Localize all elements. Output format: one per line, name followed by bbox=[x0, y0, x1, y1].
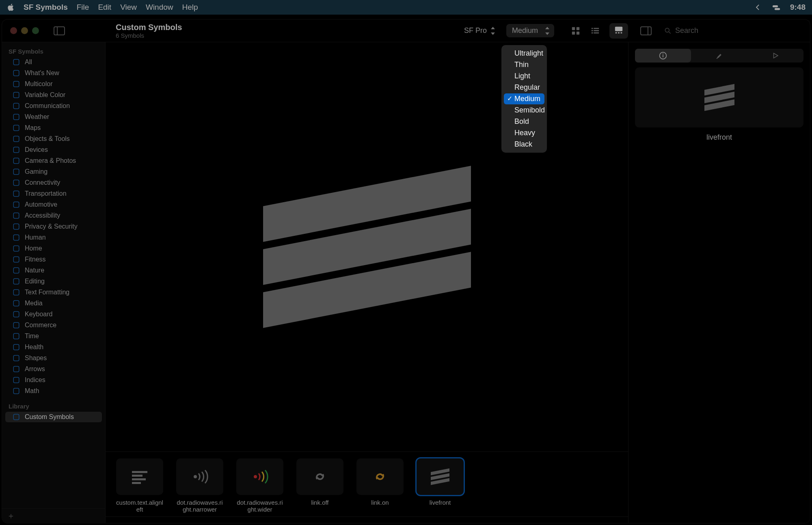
inspector-tab-animation[interactable] bbox=[747, 49, 803, 63]
sidebar-item-transportation[interactable]: Transportation bbox=[5, 188, 102, 199]
sidebar-item-shapes[interactable]: Shapes bbox=[5, 353, 102, 363]
search-field[interactable] bbox=[664, 26, 810, 35]
sidebar-item-automotive[interactable]: Automotive bbox=[5, 199, 102, 210]
menu-window[interactable]: Window bbox=[146, 3, 173, 12]
sidebar-item-camera-photos[interactable]: Camera & Photos bbox=[5, 156, 102, 166]
svg-rect-37 bbox=[13, 300, 19, 306]
menu-view[interactable]: View bbox=[120, 3, 137, 12]
sidebar-item-text-formatting[interactable]: Text Formatting bbox=[5, 287, 102, 298]
info-icon bbox=[659, 52, 667, 60]
sidebar-item-privacy-security[interactable]: Privacy & Security bbox=[5, 221, 102, 232]
apple-logo-icon bbox=[6, 3, 15, 12]
svg-rect-18 bbox=[13, 92, 19, 98]
sidebar-item-connectivity[interactable]: Connectivity bbox=[5, 177, 102, 188]
weight-option-black[interactable]: Black bbox=[504, 139, 544, 150]
sidebar-item-variable-color[interactable]: Variable Color bbox=[5, 90, 102, 100]
weight-option-bold[interactable]: Bold bbox=[504, 116, 544, 127]
menu-help[interactable]: Help bbox=[182, 3, 198, 12]
thumbnail-livefront[interactable]: livefront bbox=[416, 458, 464, 506]
font-popup-button[interactable]: SF Pro bbox=[458, 24, 501, 37]
inspector-tab-info[interactable] bbox=[635, 49, 691, 63]
sidebar-item-all[interactable]: All bbox=[5, 57, 102, 67]
collection-count: 6 Symbols bbox=[116, 32, 182, 39]
sidebar-item-devices[interactable]: Devices bbox=[5, 145, 102, 155]
weight-option-medium[interactable]: Medium bbox=[504, 93, 544, 104]
sidebar-item-editing[interactable]: Editing bbox=[5, 276, 102, 287]
svg-rect-17 bbox=[13, 81, 19, 87]
close-window-button[interactable] bbox=[10, 27, 17, 34]
sidebar-item-label: Multicolor bbox=[25, 80, 52, 88]
add-collection-button[interactable]: ＋ bbox=[7, 510, 15, 521]
sidebar-item-label: Gaming bbox=[25, 168, 48, 175]
sidebar-item-weather[interactable]: Weather bbox=[5, 112, 102, 122]
sidebar-item-gaming[interactable]: Gaming bbox=[5, 166, 102, 177]
gallery-view-icon bbox=[613, 26, 624, 35]
list-view-icon[interactable] bbox=[590, 26, 600, 35]
inspector-tab-rendering[interactable] bbox=[691, 49, 747, 63]
back-chevron-icon[interactable] bbox=[753, 3, 762, 11]
menu-file[interactable]: File bbox=[77, 3, 89, 12]
sidebar-item-indices[interactable]: Indices bbox=[5, 375, 102, 385]
thumbnail-dot-radiowaves-right-wider[interactable]: dot.radiowaves.right.wider bbox=[235, 458, 284, 513]
sidebar-item-multicolor[interactable]: Multicolor bbox=[5, 79, 102, 89]
app-name[interactable]: SF Symbols bbox=[24, 3, 68, 12]
sidebar-item-nature[interactable]: Nature bbox=[5, 265, 102, 276]
grid-view-icon[interactable] bbox=[570, 26, 581, 35]
svg-rect-13 bbox=[621, 32, 622, 33]
gallery-view-button-selected[interactable] bbox=[609, 23, 628, 39]
sidebar-item-human[interactable]: Human bbox=[5, 232, 102, 243]
zoom-window-button[interactable] bbox=[32, 27, 39, 34]
svg-rect-43 bbox=[13, 366, 19, 372]
control-center-icon[interactable] bbox=[771, 3, 781, 11]
sidebar-item-label: Human bbox=[25, 234, 46, 241]
sidebar-item-label: Home bbox=[25, 245, 42, 252]
sidebar-item-health[interactable]: Health bbox=[5, 342, 102, 352]
search-input[interactable] bbox=[675, 26, 798, 35]
minimize-window-button[interactable] bbox=[21, 27, 28, 34]
toggle-sidebar-button[interactable] bbox=[54, 26, 65, 35]
sidebar-item-maps[interactable]: Maps bbox=[5, 123, 102, 133]
sidebar-item-keyboard[interactable]: Keyboard bbox=[5, 309, 102, 320]
sidebar-footer: ＋ bbox=[2, 508, 105, 523]
sidebar-item-math[interactable]: Math bbox=[5, 386, 102, 396]
sidebar-item-accessibility[interactable]: Accessibility bbox=[5, 210, 102, 221]
weight-option-semibold[interactable]: Semibold bbox=[504, 105, 544, 116]
thumbnail-link-off[interactable]: link.off bbox=[296, 458, 344, 506]
svg-rect-23 bbox=[13, 147, 19, 153]
svg-rect-25 bbox=[13, 169, 19, 175]
sidebar-item-objects-tools[interactable]: Objects & Tools bbox=[5, 134, 102, 144]
sidebar-item-media[interactable]: Media bbox=[5, 298, 102, 309]
thumbnail-dot-radiowaves-right-narrower[interactable]: dot.radiowaves.right.narrower bbox=[175, 458, 224, 513]
sidebar-item-arrows[interactable]: Arrows bbox=[5, 364, 102, 374]
sidebar-item-fitness[interactable]: Fitness bbox=[5, 254, 102, 265]
svg-rect-42 bbox=[13, 355, 19, 361]
sidebar-item-label: Camera & Photos bbox=[25, 157, 76, 164]
sidebar-item-custom-symbols[interactable]: Custom Symbols bbox=[5, 412, 102, 422]
sidebar-item-label: Maps bbox=[25, 124, 41, 132]
weight-option-ultralight[interactable]: Ultralight bbox=[504, 48, 544, 59]
updown-icon bbox=[544, 27, 550, 35]
sidebar-item-home[interactable]: Home bbox=[5, 243, 102, 254]
weight-option-light[interactable]: Light bbox=[504, 71, 544, 82]
svg-rect-8 bbox=[592, 32, 593, 33]
sidebar-item-commerce[interactable]: Commerce bbox=[5, 320, 102, 331]
toggle-inspector-button[interactable] bbox=[640, 26, 652, 35]
view-mode-segmented bbox=[570, 23, 628, 39]
svg-rect-20 bbox=[13, 114, 19, 120]
sidebar-item-what-s-new[interactable]: What's New bbox=[5, 68, 102, 78]
sidebar-item-communication[interactable]: Communication bbox=[5, 101, 102, 111]
svg-rect-21 bbox=[13, 125, 19, 131]
menubar-clock[interactable]: 9:48 bbox=[790, 3, 806, 12]
weight-option-regular[interactable]: Regular bbox=[504, 82, 544, 93]
menu-edit[interactable]: Edit bbox=[98, 3, 111, 12]
strip-footer bbox=[106, 516, 628, 523]
svg-point-55 bbox=[663, 54, 663, 54]
weight-option-heavy[interactable]: Heavy bbox=[504, 127, 544, 138]
sidebar-item-time[interactable]: Time bbox=[5, 331, 102, 341]
weight-popup-button[interactable]: Medium bbox=[506, 24, 554, 37]
thumbnail-custom-text-alignleft[interactable]: custom.text.alignleft bbox=[115, 458, 164, 513]
svg-point-52 bbox=[254, 475, 257, 478]
weight-option-thin[interactable]: Thin bbox=[504, 59, 544, 70]
font-popup-label: SF Pro bbox=[464, 26, 487, 35]
thumbnail-link-on[interactable]: link.on bbox=[356, 458, 404, 506]
